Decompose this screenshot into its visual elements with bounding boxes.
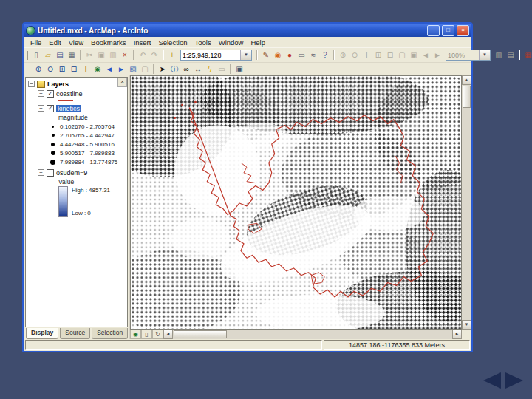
tab-selection[interactable]: Selection [92, 328, 128, 339]
layer-checkbox[interactable]: ✓ [47, 90, 54, 98]
menu-insert[interactable]: Insert [130, 38, 155, 47]
snapping-icon[interactable]: ◉ [272, 50, 284, 61]
open-viewer-window-icon[interactable]: ▣ [233, 64, 245, 74]
tab-display[interactable]: Display [26, 328, 58, 339]
menu-file[interactable]: File [27, 38, 45, 47]
vertical-scrollbar[interactable]: ▲ ▼ [462, 75, 471, 330]
menu-edit[interactable]: Edit [45, 38, 64, 47]
collapse-icon[interactable]: − [38, 105, 44, 112]
editor-pencil-icon[interactable]: ✎ [260, 50, 272, 61]
geoprocessing-icon[interactable]: ● [284, 50, 296, 61]
zoom-out-layout-icon[interactable]: ⊖ [349, 50, 361, 61]
scroll-down-icon[interactable]: ▼ [462, 320, 471, 330]
menu-help[interactable]: Help [247, 38, 269, 47]
identify-icon[interactable]: ⓘ [168, 64, 180, 74]
delete-icon[interactable]: × [119, 50, 131, 61]
layer-label[interactable]: coastline [56, 90, 83, 98]
toc-close-icon[interactable]: × [117, 78, 127, 87]
layer-row-kinetics[interactable]: − ✓ kinetics [26, 103, 127, 113]
html-popup-icon[interactable]: ▭ [216, 64, 228, 74]
close-button[interactable]: × [457, 25, 469, 36]
menu-selection[interactable]: Selection [154, 38, 191, 47]
menu-bookmarks[interactable]: Bookmarks [87, 38, 130, 47]
fixed-zoom-in-layout-icon[interactable]: ⊞ [372, 50, 384, 61]
scroll-up-icon[interactable]: ▲ [462, 75, 471, 85]
minimize-button[interactable]: _ [427, 25, 440, 36]
select-lasso-icon[interactable]: ≈ [307, 50, 319, 61]
undo-icon[interactable]: ↶ [137, 50, 149, 61]
menu-window[interactable]: Window [215, 38, 248, 47]
add-data-icon[interactable]: + [166, 50, 178, 61]
open-folder-icon[interactable]: ▱ [42, 50, 54, 61]
menu-view[interactable]: View [65, 38, 87, 47]
save-icon[interactable]: ▤ [54, 50, 66, 61]
previous-slide-button[interactable] [483, 372, 501, 389]
paste-icon[interactable]: ▥ [107, 50, 119, 61]
layer-label[interactable]: osudem=9 [56, 169, 87, 177]
layer-checkbox[interactable] [47, 169, 54, 177]
hyperlink-lightning-icon[interactable]: ϟ [204, 64, 216, 74]
data-view-icon[interactable]: ◉ [130, 330, 141, 339]
map-canvas[interactable] [130, 75, 462, 330]
zoom-in-icon[interactable]: ⊕ [33, 64, 44, 74]
focus-data-frame-icon[interactable]: ▤ [505, 50, 516, 61]
forward-extent-layout-icon[interactable]: ► [432, 50, 443, 61]
cut-icon[interactable]: ✂ [83, 50, 95, 61]
collapse-icon[interactable]: − [38, 90, 44, 97]
zoom-in-layout-icon[interactable]: ⊕ [337, 50, 349, 61]
toc-root-row[interactable]: − Layers [26, 79, 127, 89]
chevron-down-icon[interactable]: ▼ [479, 50, 490, 60]
next-slide-button[interactable] [505, 372, 523, 389]
measure-icon[interactable]: ↔ [192, 64, 204, 74]
arctoolbox-icon[interactable]: ▦ [522, 50, 532, 61]
layer-label[interactable]: kinetics [56, 105, 81, 112]
layout-view-icon[interactable]: ▯ [141, 330, 152, 339]
viewer-window-icon[interactable]: ▭ [296, 50, 307, 61]
menu-tools[interactable]: Tools [191, 38, 214, 47]
layer-checkbox[interactable]: ✓ [47, 105, 54, 112]
print-icon[interactable]: ▦ [66, 50, 78, 61]
refresh-view-icon[interactable]: ↻ [152, 330, 163, 339]
zoom-whole-page-icon[interactable]: ▢ [396, 50, 408, 61]
collapse-icon[interactable]: − [38, 169, 44, 176]
find-binoculars-icon[interactable]: ∞ [180, 64, 192, 74]
scroll-right-icon[interactable]: ► [452, 330, 462, 339]
back-extent-icon[interactable]: ◄ [103, 64, 115, 74]
redo-icon[interactable]: ↷ [149, 50, 160, 61]
layout-zoom-input[interactable] [446, 50, 479, 60]
fixed-zoom-out-layout-icon[interactable]: ⊟ [384, 50, 396, 61]
horizontal-scrollbar[interactable]: ◉▯↻ ◄ ► [130, 330, 462, 339]
toggle-draft-mode-icon[interactable]: ▥ [493, 50, 505, 61]
new-document-icon[interactable]: ▯ [30, 50, 42, 61]
toc-root-label[interactable]: Layers [47, 81, 69, 88]
title-bar[interactable]: Untitled.mxd - ArcMap - ArcInfo _ □ × [24, 24, 471, 37]
forward-extent-icon[interactable]: ► [115, 64, 127, 74]
legend-class-row: 5.900517 - 7.989883 [26, 149, 127, 157]
copy-icon[interactable]: ▣ [95, 50, 107, 61]
fixed-zoom-out-icon[interactable]: ⊟ [68, 64, 80, 74]
fixed-zoom-in-icon[interactable]: ⊞ [56, 64, 68, 74]
clear-selection-icon[interactable]: ▢ [139, 64, 151, 74]
zoom-100-icon[interactable]: ▣ [408, 50, 420, 61]
separator [133, 50, 134, 60]
collapse-icon[interactable]: − [28, 81, 35, 87]
scroll-left-icon[interactable]: ◄ [163, 330, 173, 339]
zoom-out-icon[interactable]: ⊖ [44, 64, 56, 74]
pan-hand-icon[interactable]: ✛ [80, 64, 92, 74]
toolbar-grip[interactable] [27, 51, 28, 60]
maximize-button[interactable]: □ [442, 25, 454, 36]
pan-layout-icon[interactable]: ✛ [361, 50, 372, 61]
vertical-scroll-thumb[interactable] [463, 86, 471, 108]
layer-row-coastline[interactable]: − ✓ coastline [26, 89, 127, 98]
map-scale-input[interactable] [181, 50, 240, 60]
select-elements-icon[interactable]: ➤ [157, 64, 168, 74]
full-extent-globe-icon[interactable]: ◉ [92, 64, 103, 74]
select-features-icon[interactable]: ▧ [127, 64, 139, 74]
back-extent-layout-icon[interactable]: ◄ [420, 50, 432, 61]
horizontal-scroll-thumb[interactable] [174, 330, 227, 338]
layer-row-osudem[interactable]: − osudem=9 [26, 168, 127, 177]
whats-this-icon[interactable]: ? [319, 50, 331, 61]
toolbar-grip[interactable] [27, 64, 30, 73]
chevron-down-icon[interactable]: ▼ [240, 50, 251, 60]
tab-source[interactable]: Source [60, 328, 90, 339]
